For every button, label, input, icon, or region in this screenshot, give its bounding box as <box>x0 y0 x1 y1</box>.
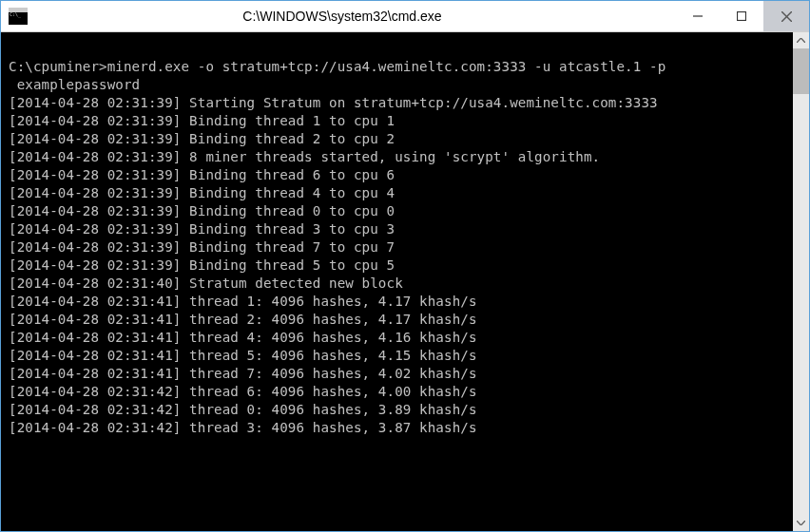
close-icon <box>781 11 792 22</box>
window-controls <box>676 1 809 31</box>
cmd-icon <box>9 8 28 25</box>
maximize-icon <box>737 11 746 21</box>
maximize-button[interactable] <box>720 1 763 31</box>
minimize-icon <box>693 11 703 21</box>
chevron-up-icon <box>797 38 805 43</box>
scroll-up-button[interactable] <box>793 32 809 48</box>
chevron-down-icon <box>797 521 805 525</box>
cmd-window: C:\WINDOWS\system32\cmd.exe C:\cpuminer>… <box>0 0 810 532</box>
window-title: C:\WINDOWS\system32\cmd.exe <box>28 9 657 24</box>
scrollbar-thumb[interactable] <box>793 48 809 94</box>
close-button[interactable] <box>763 1 809 31</box>
terminal-area: C:\cpuminer>minerd.exe -o stratum+tcp://… <box>1 32 809 531</box>
minimize-button[interactable] <box>676 1 720 31</box>
titlebar[interactable]: C:\WINDOWS\system32\cmd.exe <box>1 1 809 32</box>
svg-rect-1 <box>738 12 746 21</box>
scrollbar[interactable] <box>793 32 809 531</box>
terminal-output[interactable]: C:\cpuminer>minerd.exe -o stratum+tcp://… <box>1 32 793 531</box>
scroll-down-button[interactable] <box>793 515 809 531</box>
